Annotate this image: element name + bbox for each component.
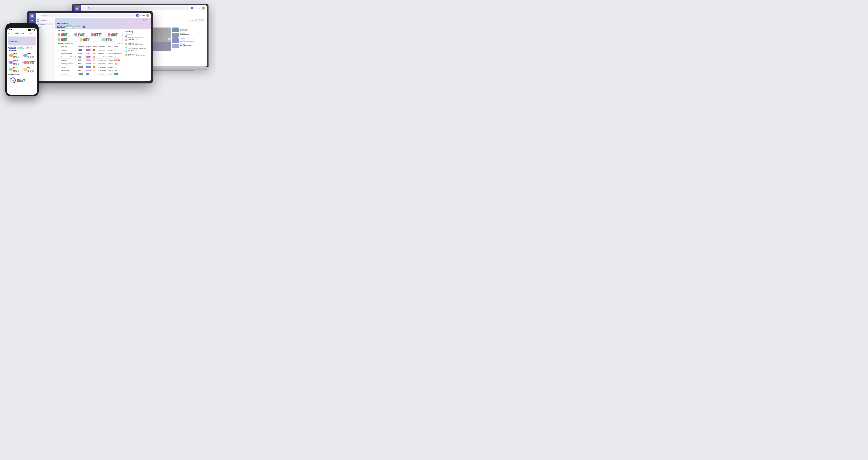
table-row[interactable]: Content Future Content P1 Amanda Brady 1… — [57, 65, 123, 69]
search-nav-icon[interactable]: 🔍 — [52, 27, 53, 28]
act-avatar-3 — [125, 43, 127, 45]
nav-back-icon[interactable]: ‹ — [83, 7, 83, 9]
table-row[interactable]: First run experience MVP Eng P0 Katie Bl… — [57, 52, 123, 55]
tracking-more-icon[interactable]: ⋯ — [121, 43, 123, 44]
tablet-preview-toggle[interactable]: Preview — [135, 14, 145, 17]
mobile-member-connie[interactable]: Connie Smith 0 2 3 — [8, 52, 22, 58]
side-text-1: OCT 30, 2020 Situation Update Three key … — [180, 28, 188, 31]
settings-icon[interactable]: ⚙ — [146, 19, 147, 22]
mobile-back-button[interactable]: ‹ — [8, 32, 9, 34]
preview-pill[interactable] — [190, 7, 194, 9]
mobile-time: 7:45 — [9, 29, 12, 31]
user-avatar[interactable] — [202, 6, 205, 10]
tracking-section: Tracking + New work item 🔍 ⊟ ⋯ — [57, 43, 123, 76]
milestones-title: Milestones — [40, 20, 47, 22]
mobile-chip-future[interactable]: Future 1 Jan — [25, 47, 33, 49]
avatar-leroy — [108, 33, 111, 36]
row-checkbox[interactable] — [58, 56, 60, 58]
milestone-card-title: MVP - 16 Nov — [17, 79, 25, 80]
mobile-member-amanda[interactable]: Amanda Brady 1 5 3 — [8, 59, 22, 65]
mobile-chip-mvp[interactable]: MVP 16 Nov — [8, 47, 16, 49]
tracking-search-icon[interactable]: 🔍 — [117, 43, 119, 44]
tablet-nav-back[interactable]: ‹ — [37, 14, 37, 17]
nav-fwd-icon[interactable]: › — [85, 7, 85, 9]
row-checkbox[interactable] — [58, 49, 60, 51]
tablet-preview-pill[interactable] — [135, 14, 140, 17]
next-arrow[interactable]: › — [168, 38, 171, 40]
find-posts-placeholder: Find posts — [195, 20, 201, 22]
side-text-2: OCT 30, 2020 Employee Town Hall Join the… — [180, 33, 190, 36]
tablet-sidebar-chat[interactable] — [30, 19, 34, 23]
row-checkbox[interactable] — [58, 66, 60, 68]
member-patrick[interactable]: Patrick Powers 0 2 1 — [73, 32, 89, 37]
row-checkbox[interactable] — [58, 70, 60, 71]
member-melva[interactable]: Melva Bowers 0 4 2 — [57, 37, 78, 42]
milestone-chips: MVP 16 Nov GA 16 Dec Future 1 Jan — [8, 47, 36, 49]
row-checkbox[interactable] — [58, 60, 60, 61]
mobile-topbar: ‹ Milestones ⊞ ⓘ ⚙ — [7, 31, 37, 35]
tablet-frame: ‹ › 🔍 Search Preview — [27, 11, 153, 84]
table-row[interactable]: Step guide MVP Design P0 Connie Smith 11… — [57, 49, 123, 52]
row-checkbox[interactable] — [58, 63, 60, 64]
mobile-grid-icon[interactable]: ⊞ — [30, 32, 32, 34]
sort-icon[interactable]: ⇅ — [192, 20, 193, 22]
table-row[interactable]: New icons GA Design P1 Amanda Brady 11/1… — [57, 59, 123, 62]
mobile-member-leroy[interactable]: Leroy Moody 6 1 4 — [23, 59, 36, 65]
member-katie[interactable]: Katie Blair 0 3 1 — [101, 37, 123, 42]
mobile-member-melva[interactable]: Melva Bowers 0 4 2 — [8, 66, 22, 72]
table-row[interactable]: Marketing screenshots GA Design P1 Conni… — [57, 62, 123, 65]
table-row[interactable]: Localization Future Eng Patrick Powers 1… — [57, 72, 123, 76]
preview-label: Preview — [195, 7, 200, 9]
chip-future[interactable]: Future 1 Jan — [73, 26, 82, 28]
side-item-4[interactable]: OCT 1, 2020 What's new in October Five p… — [172, 44, 205, 49]
chip-mvp[interactable]: MVP 16 Nov — [57, 26, 65, 28]
tracking-filter-icon[interactable]: ⊟ — [119, 43, 120, 44]
side-item-2[interactable]: OCT 30, 2020 Employee Town Hall Join the… — [172, 33, 205, 38]
member-amanda[interactable]: Amanda Brady 1 5 3 — [90, 32, 106, 37]
more-icon[interactable]: ⋯ — [148, 19, 149, 22]
mobile-member-patrick[interactable]: Patrick Powers 0 2 1 — [23, 52, 36, 58]
laptop-search[interactable]: 🔍 Search — [87, 6, 189, 10]
side-thumb-4 — [172, 44, 179, 49]
mobile-info-icon[interactable]: ⓘ — [32, 32, 34, 34]
milestone-status-card[interactable]: 70% MVP - 16 Nov 0 2 3 9 — [8, 76, 36, 85]
mobile-member-dawn[interactable]: Dawn Carlson 0 1 0 — [23, 66, 36, 72]
mobile-notch — [17, 25, 28, 27]
row-checkbox[interactable] — [58, 53, 60, 54]
activity-item: Connie Smith 7:15 AM New work item creat… — [125, 43, 148, 45]
member-leroy[interactable]: Leroy Moody 6 1 4 — [107, 32, 123, 37]
info-icon[interactable]: ⓘ — [143, 19, 145, 22]
tablet-search-icon: 🔍 — [41, 15, 43, 16]
tablet-user-avatar[interactable] — [146, 14, 149, 17]
mobile-settings-icon[interactable]: ⚙ — [34, 32, 36, 34]
tablet-nav-fwd[interactable]: › — [39, 14, 39, 17]
table-row[interactable]: Update screens GA Design P1 Amanda Brady… — [57, 69, 123, 72]
tablet-sidebar-activity[interactable] — [30, 14, 34, 18]
avatar-amanda — [91, 33, 94, 36]
preview-toggle[interactable]: Preview — [190, 7, 200, 9]
act-avatar-1 — [125, 35, 127, 38]
sidebar-icon-activity[interactable]: 1 — [75, 6, 80, 11]
milestone-info: MVP - 16 Nov 0 2 3 9 — [17, 79, 25, 82]
table-row[interactable]: Make the app mobile friendly GA Design P… — [57, 55, 123, 59]
select-all-checkbox[interactable] — [58, 46, 60, 47]
onboarding-title: Onboarding — [57, 22, 68, 25]
svg-rect-6 — [31, 15, 33, 17]
chip-ga[interactable]: GA 16 Dec — [65, 26, 73, 28]
filter-icon[interactable]: ⊟ — [190, 20, 191, 22]
nav-all-projects[interactable]: All projects — [37, 23, 54, 25]
member-rows: Connie Smith 0 2 3 — [57, 32, 123, 42]
find-posts-input[interactable]: Find posts 🔍 — [194, 20, 205, 22]
add-work-item-btn[interactable]: + New work item — [63, 43, 73, 44]
member-connie[interactable]: Connie Smith 0 2 3 — [57, 32, 72, 37]
row-checkbox[interactable] — [58, 73, 60, 74]
chevron-down-icon[interactable]: ⌄ — [66, 30, 67, 31]
mobile-chip-ga[interactable]: GA 16 Dec — [17, 47, 24, 49]
team-status-title: Team status ⌄ — [57, 30, 123, 31]
tablet-search[interactable]: 🔍 Search — [40, 14, 134, 17]
mobile-content: Onboarding MVP 16 Nov GA 16 Dec Future 1… — [7, 35, 37, 88]
new-update-btn[interactable]: + New update ⤢ — [125, 33, 148, 35]
member-dawn[interactable]: Dawn Carlson 0 1 0 — [79, 37, 100, 42]
side-item-1[interactable]: OCT 30, 2020 Situation Update Three key … — [172, 28, 205, 32]
side-item-3[interactable]: OCT 15, 2020 Defining what's next for Co… — [172, 38, 205, 43]
